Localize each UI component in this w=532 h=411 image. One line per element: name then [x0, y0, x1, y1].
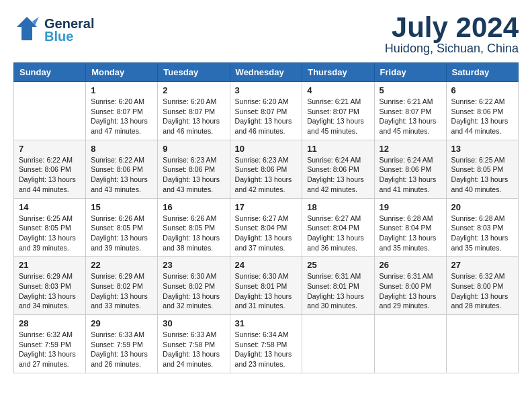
day-number: 27 — [451, 260, 513, 270]
day-info: Sunrise: 6:22 AM Sunset: 8:06 PM Dayligh… — [19, 155, 81, 195]
day-number: 26 — [380, 260, 441, 270]
day-number: 3 — [235, 85, 298, 95]
day-number: 28 — [19, 318, 81, 328]
calendar-cell: 8Sunrise: 6:22 AM Sunset: 8:06 PM Daylig… — [86, 140, 158, 198]
day-info: Sunrise: 6:21 AM Sunset: 8:07 PM Dayligh… — [380, 97, 441, 136]
calendar-cell: 23Sunrise: 6:30 AM Sunset: 8:02 PM Dayli… — [158, 257, 230, 315]
day-info: Sunrise: 6:32 AM Sunset: 8:00 PM Dayligh… — [451, 271, 513, 311]
calendar-cell: 4Sunrise: 6:21 AM Sunset: 8:07 PM Daylig… — [302, 82, 374, 140]
day-number: 4 — [307, 85, 369, 95]
day-number: 17 — [235, 202, 298, 212]
calendar-cell: 27Sunrise: 6:32 AM Sunset: 8:00 PM Dayli… — [446, 257, 518, 315]
calendar-cell: 15Sunrise: 6:26 AM Sunset: 8:05 PM Dayli… — [86, 198, 158, 257]
day-info: Sunrise: 6:25 AM Sunset: 8:05 PM Dayligh… — [451, 155, 513, 195]
calendar-cell: 24Sunrise: 6:30 AM Sunset: 8:01 PM Dayli… — [230, 257, 302, 315]
day-number: 6 — [451, 85, 513, 95]
calendar-table: SundayMondayTuesdayWednesdayThursdayFrid… — [13, 62, 519, 373]
calendar-cell: 31Sunrise: 6:34 AM Sunset: 7:58 PM Dayli… — [230, 315, 302, 373]
calendar-cell: 16Sunrise: 6:26 AM Sunset: 8:05 PM Dayli… — [158, 198, 230, 257]
day-info: Sunrise: 6:29 AM Sunset: 8:02 PM Dayligh… — [91, 271, 152, 311]
day-number: 21 — [19, 260, 81, 270]
day-info: Sunrise: 6:22 AM Sunset: 8:06 PM Dayligh… — [91, 155, 152, 195]
day-info: Sunrise: 6:28 AM Sunset: 8:04 PM Dayligh… — [380, 214, 441, 253]
day-number: 23 — [163, 260, 224, 270]
day-info: Sunrise: 6:33 AM Sunset: 7:58 PM Dayligh… — [163, 330, 224, 369]
calendar-cell: 11Sunrise: 6:24 AM Sunset: 8:06 PM Dayli… — [302, 140, 374, 198]
calendar-cell: 14Sunrise: 6:25 AM Sunset: 8:05 PM Dayli… — [14, 198, 86, 257]
calendar-cell: 7Sunrise: 6:22 AM Sunset: 8:06 PM Daylig… — [14, 140, 86, 198]
column-header-tuesday: Tuesday — [158, 63, 230, 82]
day-info: Sunrise: 6:31 AM Sunset: 8:01 PM Dayligh… — [307, 271, 369, 311]
calendar-cell: 20Sunrise: 6:28 AM Sunset: 8:03 PM Dayli… — [446, 198, 518, 257]
day-info: Sunrise: 6:34 AM Sunset: 7:58 PM Dayligh… — [235, 330, 298, 369]
day-info: Sunrise: 6:25 AM Sunset: 8:05 PM Dayligh… — [19, 214, 81, 253]
day-number: 25 — [307, 260, 369, 270]
day-number: 20 — [451, 202, 513, 212]
calendar-week-3: 14Sunrise: 6:25 AM Sunset: 8:05 PM Dayli… — [14, 198, 519, 257]
day-number: 14 — [19, 202, 81, 212]
day-number: 30 — [163, 318, 224, 328]
day-number: 18 — [307, 202, 369, 212]
day-info: Sunrise: 6:22 AM Sunset: 8:06 PM Dayligh… — [451, 97, 513, 136]
day-info: Sunrise: 6:27 AM Sunset: 8:04 PM Dayligh… — [307, 214, 369, 253]
day-info: Sunrise: 6:32 AM Sunset: 7:59 PM Dayligh… — [19, 330, 81, 369]
calendar-cell: 22Sunrise: 6:29 AM Sunset: 8:02 PM Dayli… — [86, 257, 158, 315]
day-info: Sunrise: 6:20 AM Sunset: 8:07 PM Dayligh… — [91, 97, 152, 136]
day-number: 31 — [235, 318, 298, 328]
calendar-cell: 3Sunrise: 6:20 AM Sunset: 8:07 PM Daylig… — [230, 82, 302, 140]
calendar-cell: 5Sunrise: 6:21 AM Sunset: 8:07 PM Daylig… — [374, 82, 446, 140]
day-number: 22 — [91, 260, 152, 270]
calendar-cell: 9Sunrise: 6:23 AM Sunset: 8:06 PM Daylig… — [158, 140, 230, 198]
logo: General Blue — [13, 13, 94, 46]
title-section: July 2024 Huidong, Sichuan, China — [385, 13, 519, 56]
day-info: Sunrise: 6:31 AM Sunset: 8:00 PM Dayligh… — [380, 271, 441, 311]
calendar-cell: 29Sunrise: 6:33 AM Sunset: 7:59 PM Dayli… — [86, 315, 158, 373]
day-number: 2 — [163, 85, 224, 95]
calendar-cell: 6Sunrise: 6:22 AM Sunset: 8:06 PM Daylig… — [446, 82, 518, 140]
calendar-cell: 1Sunrise: 6:20 AM Sunset: 8:07 PM Daylig… — [86, 82, 158, 140]
calendar-week-4: 21Sunrise: 6:29 AM Sunset: 8:03 PM Dayli… — [14, 257, 519, 315]
day-info: Sunrise: 6:29 AM Sunset: 8:03 PM Dayligh… — [19, 271, 81, 311]
calendar-cell — [14, 82, 86, 140]
calendar-cell: 30Sunrise: 6:33 AM Sunset: 7:58 PM Dayli… — [158, 315, 230, 373]
month-title: July 2024 — [385, 13, 519, 42]
day-info: Sunrise: 6:26 AM Sunset: 8:05 PM Dayligh… — [91, 214, 152, 253]
column-header-saturday: Saturday — [446, 63, 518, 82]
day-info: Sunrise: 6:30 AM Sunset: 8:02 PM Dayligh… — [163, 271, 224, 311]
day-number: 29 — [91, 318, 152, 328]
calendar-cell: 19Sunrise: 6:28 AM Sunset: 8:04 PM Dayli… — [374, 198, 446, 257]
calendar-cell: 17Sunrise: 6:27 AM Sunset: 8:04 PM Dayli… — [230, 198, 302, 257]
calendar-cell: 28Sunrise: 6:32 AM Sunset: 7:59 PM Dayli… — [14, 315, 86, 373]
calendar-cell: 12Sunrise: 6:24 AM Sunset: 8:06 PM Dayli… — [374, 140, 446, 198]
calendar-cell — [374, 315, 446, 373]
calendar-header-row: SundayMondayTuesdayWednesdayThursdayFrid… — [14, 63, 519, 82]
day-number: 13 — [451, 144, 513, 154]
day-number: 7 — [19, 144, 81, 154]
calendar-cell — [446, 315, 518, 373]
logo-blue: Blue — [44, 29, 94, 44]
location-title: Huidong, Sichuan, China — [385, 42, 519, 56]
day-number: 15 — [91, 202, 152, 212]
page-header: General Blue July 2024 Huidong, Sichuan,… — [13, 13, 519, 56]
day-info: Sunrise: 6:23 AM Sunset: 8:06 PM Dayligh… — [163, 155, 224, 195]
day-info: Sunrise: 6:21 AM Sunset: 8:07 PM Dayligh… — [307, 97, 369, 136]
day-info: Sunrise: 6:24 AM Sunset: 8:06 PM Dayligh… — [307, 155, 369, 195]
calendar-week-5: 28Sunrise: 6:32 AM Sunset: 7:59 PM Dayli… — [14, 315, 519, 373]
day-info: Sunrise: 6:27 AM Sunset: 8:04 PM Dayligh… — [235, 214, 298, 253]
calendar-cell — [302, 315, 374, 373]
day-info: Sunrise: 6:24 AM Sunset: 8:06 PM Dayligh… — [380, 155, 441, 195]
column-header-monday: Monday — [86, 63, 158, 82]
calendar-cell: 13Sunrise: 6:25 AM Sunset: 8:05 PM Dayli… — [446, 140, 518, 198]
day-info: Sunrise: 6:30 AM Sunset: 8:01 PM Dayligh… — [235, 271, 298, 311]
calendar-cell: 18Sunrise: 6:27 AM Sunset: 8:04 PM Dayli… — [302, 198, 374, 257]
calendar-body: 1Sunrise: 6:20 AM Sunset: 8:07 PM Daylig… — [14, 82, 519, 373]
calendar-week-2: 7Sunrise: 6:22 AM Sunset: 8:06 PM Daylig… — [14, 140, 519, 198]
calendar-cell: 26Sunrise: 6:31 AM Sunset: 8:00 PM Dayli… — [374, 257, 446, 315]
calendar-cell: 2Sunrise: 6:20 AM Sunset: 8:07 PM Daylig… — [158, 82, 230, 140]
calendar-cell: 21Sunrise: 6:29 AM Sunset: 8:03 PM Dayli… — [14, 257, 86, 315]
day-number: 8 — [91, 144, 152, 154]
calendar-cell: 10Sunrise: 6:23 AM Sunset: 8:06 PM Dayli… — [230, 140, 302, 198]
logo-icon — [13, 13, 40, 46]
day-number: 9 — [163, 144, 224, 154]
day-number: 10 — [235, 144, 298, 154]
